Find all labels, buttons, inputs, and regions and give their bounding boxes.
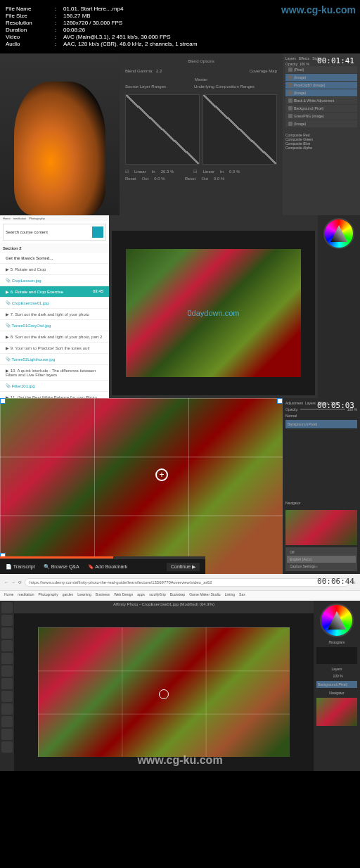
layer-background-4[interactable]: Background (Pixel) (316, 681, 357, 688)
lesson-item[interactable]: ▶ 7. Sort out the dark and light of your… (0, 309, 109, 320)
dest-curve[interactable] (202, 94, 277, 165)
forward-button[interactable]: → (11, 580, 15, 585)
preview-tiger (0, 53, 120, 215)
bookmark-item[interactable]: Sax (239, 592, 245, 599)
layer-item[interactable]: Black & White Adjustment (285, 97, 357, 104)
source-ranges-label: Source Layer Ranges (125, 84, 166, 89)
zoom-tool[interactable] (1, 729, 13, 740)
lesson-item[interactable]: ▶ 10. A quick interlude - The difference… (0, 365, 109, 381)
out-value[interactable]: 0.0 % (154, 177, 165, 181)
bookmark-item[interactable]: Home (4, 592, 13, 599)
crop-tool[interactable] (1, 627, 13, 639)
caption-off[interactable]: Off (287, 549, 356, 556)
search-input[interactable]: Search course content (3, 224, 106, 241)
bookmark-item[interactable]: apps (137, 592, 145, 599)
lesson-file[interactable]: 📎 Tones01GreyOwl.jpg (0, 320, 109, 331)
layer-item[interactable]: (Image) (285, 89, 357, 96)
bookmarks-bar[interactable]: HomemeditationPhotography (0, 216, 109, 221)
clone-tool[interactable] (1, 665, 13, 677)
layer-item[interactable]: Background (Pixel) (285, 105, 357, 112)
browse-qa-button[interactable]: 🔍 Browse Q&A (44, 564, 79, 570)
layer-item[interactable]: PixelClipBT (Image) (285, 82, 357, 89)
layer-item[interactable]: (Image) (285, 74, 357, 81)
search-button[interactable] (92, 226, 103, 238)
lesson-file[interactable]: 📎 Tones02Lighthouse.jpg (0, 354, 109, 365)
layer-item[interactable]: (Pixel) (285, 66, 357, 73)
lesson-file[interactable]: 📎 CropExercise01.jpg (0, 298, 109, 309)
crop-handle[interactable] (0, 398, 6, 404)
reset-button-1[interactable]: Reset (125, 177, 136, 181)
linear-check-1[interactable]: ☑ (125, 169, 129, 174)
crop-center-handle[interactable]: + (155, 468, 168, 481)
caption-english[interactable]: English [Auto] (287, 556, 356, 563)
in-value-2[interactable]: 0.0 % (229, 170, 240, 174)
color-wheel[interactable] (323, 218, 354, 249)
transcript-button[interactable]: 📄 Transcript (6, 564, 35, 570)
in-label-2: In (220, 170, 224, 174)
bookmark-item[interactable]: Web Design (114, 592, 133, 599)
lesson-item[interactable]: ▶ 8. Sort out the dark and light of your… (0, 331, 109, 343)
lesson-item[interactable]: ▶ 9. Your turn to Practice! Sort the ton… (0, 343, 109, 354)
canvas-area-4[interactable]: Affinity Photo - CropExercise01.jpg (Mod… (14, 613, 314, 771)
add-bookmark-button[interactable]: 🔖 Add Bookmark (88, 564, 127, 570)
caption-settings[interactable]: Caption Settings › (287, 563, 356, 570)
histogram[interactable] (316, 647, 357, 664)
bookmark-item[interactable]: Photography (38, 592, 58, 599)
navigator-thumb[interactable] (285, 510, 357, 545)
master-label[interactable]: Master (195, 77, 207, 82)
lesson-file[interactable]: 📎 Filter101.jpg (0, 381, 109, 392)
course-sidebar: HomemeditationPhotography Search course … (0, 215, 109, 398)
color-wheel-4[interactable] (320, 604, 354, 637)
bookmark-item[interactable]: Game Maker Studio (189, 592, 220, 599)
layer-item[interactable]: GrassPNG (Image) (285, 113, 357, 120)
layer-item[interactable]: (Image) (285, 120, 357, 127)
bookmark-item[interactable]: Learning (77, 592, 91, 599)
section-header[interactable]: Section 2 (0, 243, 109, 253)
out-label-2: Out (201, 177, 208, 181)
navigator-thumb-4[interactable] (316, 698, 357, 726)
crop-canvas[interactable]: + 📄 Transcript 🔍 Browse Q&A 🔖 Add Bookma… (0, 398, 283, 574)
bookmark-item[interactable]: meditation (18, 592, 34, 599)
tab-layers[interactable]: Layers (285, 56, 296, 60)
opacity-value-4[interactable]: 100 % (333, 674, 342, 678)
hand-tool[interactable] (1, 741, 13, 753)
out-value-2[interactable]: 0.0 % (214, 177, 224, 181)
url-bar[interactable]: https://www.udemy.com/affinity-photo-the… (25, 578, 349, 587)
brush-tool[interactable] (1, 640, 13, 651)
tab-effects[interactable]: Effects (299, 56, 309, 60)
tool-palette (0, 601, 14, 771)
tab-adjustment[interactable]: Adjustment (285, 401, 303, 405)
gamma-value[interactable]: 2.2 (156, 69, 162, 73)
back-button[interactable]: ← (4, 580, 8, 585)
blend-mode[interactable]: Normal (285, 414, 357, 418)
shape-tool[interactable] (1, 703, 13, 715)
pen-tool[interactable] (1, 716, 13, 727)
coverage-label[interactable]: Coverage Map (250, 69, 277, 73)
layers-label: Layers (331, 667, 342, 671)
bookmark-item[interactable]: Business (96, 592, 110, 599)
lesson-file[interactable]: 📎 CropLesson.jpg (0, 275, 109, 286)
bookmark-item[interactable]: scrollyGrip (149, 592, 166, 599)
canvas-area[interactable]: 0daydown.com (112, 231, 315, 395)
channel-item[interactable]: Composite Alpha (285, 146, 357, 150)
linear-check-2[interactable]: ☑ (193, 169, 197, 174)
reload-button[interactable]: ⟳ (18, 580, 22, 585)
source-curve[interactable] (125, 94, 200, 165)
bookmark-item[interactable]: Bootstrap (170, 592, 185, 599)
lesson-item[interactable]: ▶ 5. Rotate and Crop (0, 264, 109, 275)
continue-button[interactable]: Continue ▶ (167, 563, 200, 571)
layer-background[interactable]: Background (Pixel) (285, 420, 357, 428)
in-value[interactable]: 26.3 % (161, 170, 174, 174)
crop-handle[interactable] (277, 398, 283, 404)
eraser-tool[interactable] (1, 653, 13, 664)
bookmark-item[interactable]: Listing (225, 592, 235, 599)
layers-panel: Layers Effects Styles Opacity: 100 % (Pi… (283, 53, 360, 215)
bookmark-item[interactable]: garden (63, 592, 74, 599)
reset-button-2[interactable]: Reset (185, 177, 196, 181)
tab-layers[interactable]: Layers (305, 401, 316, 405)
lesson-item-active[interactable]: ▶ 6. Rotate and Crop Exercise03:45 (0, 286, 109, 298)
text-tool[interactable] (1, 691, 13, 702)
select-tool[interactable] (1, 615, 13, 626)
heal-tool[interactable] (1, 678, 13, 689)
move-tool[interactable] (1, 602, 13, 613)
